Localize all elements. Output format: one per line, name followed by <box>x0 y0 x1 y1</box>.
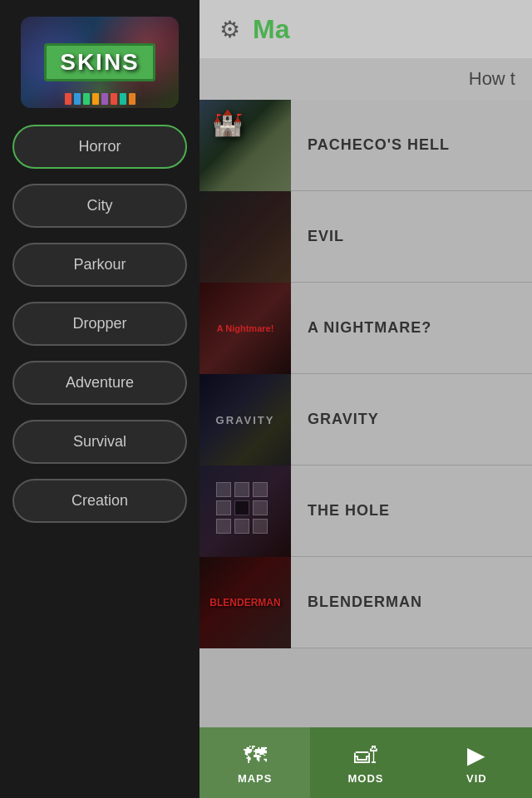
map-name-pacheco: PACHECO'S HELL <box>291 136 466 154</box>
map-thumbnail-the-hole <box>200 466 291 557</box>
sidebar-item-creation[interactable]: Creation <box>12 479 187 523</box>
sidebar-nav: Horror City Parkour Dropper Adventure Su… <box>12 125 187 523</box>
map-item-evil[interactable]: EVIL <box>200 191 532 283</box>
maps-title: Ma <box>253 14 289 45</box>
how-to-bar: How t <box>200 58 532 100</box>
tab-maps[interactable]: 🗺 MAPS <box>200 727 310 798</box>
top-bar: ⚙ Ma <box>200 0 532 58</box>
map-name-the-hole: THE HOLE <box>291 502 406 520</box>
map-name-evil: EVIL <box>291 228 361 245</box>
map-item-blenderman[interactable]: BLENDERMAN BLENDERMAN <box>200 557 532 648</box>
gear-icon[interactable]: ⚙ <box>213 12 246 46</box>
sidebar-item-dropper[interactable]: Dropper <box>12 302 187 346</box>
map-thumbnail-gravity: GRAVITY <box>200 374 291 466</box>
map-name-nightmare: A NIGHTMARE? <box>291 319 448 337</box>
map-list: 🏰 PACHECO'S HELL EVIL A Nightmare! A NIG… <box>200 100 532 727</box>
map-thumbnail-nightmare: A Nightmare! <box>200 283 291 374</box>
map-item-gravity[interactable]: GRAVITY GRAVITY <box>200 374 532 466</box>
mods-tab-icon: 🛋 <box>354 741 377 769</box>
maps-tab-icon: 🗺 <box>244 741 267 769</box>
main-content: ⚙ Ma How t 🏰 PACHECO'S HELL EVIL A Night… <box>200 0 532 798</box>
tab-videos[interactable]: ▶ VID <box>421 727 532 798</box>
tab-mods[interactable]: 🛋 MODS <box>310 727 421 798</box>
sidebar: SKINS Horror City Parkour Dropper Advent… <box>0 0 200 798</box>
sidebar-item-city[interactable]: City <box>12 184 187 228</box>
videos-tab-label: VID <box>466 772 487 785</box>
bottom-tab-bar: 🗺 MAPS 🛋 MODS ▶ VID <box>200 727 532 798</box>
maps-tab-label: MAPS <box>238 772 273 785</box>
skins-banner[interactable]: SKINS <box>21 17 179 108</box>
map-item-nightmare[interactable]: A Nightmare! A NIGHTMARE? <box>200 283 532 374</box>
map-item-pacheco[interactable]: 🏰 PACHECO'S HELL <box>200 100 532 191</box>
sidebar-item-adventure[interactable]: Adventure <box>12 361 187 405</box>
map-thumbnail-evil <box>200 191 291 283</box>
map-item-the-hole[interactable]: THE HOLE <box>200 466 532 557</box>
mods-tab-label: MODS <box>347 772 383 785</box>
map-name-blenderman: BLENDERMAN <box>291 594 439 611</box>
videos-tab-icon: ▶ <box>467 741 485 769</box>
sidebar-item-horror[interactable]: Horror <box>12 125 187 169</box>
how-to-label: How t <box>469 68 515 89</box>
sidebar-item-survival[interactable]: Survival <box>12 420 187 464</box>
sidebar-item-parkour[interactable]: Parkour <box>12 243 187 287</box>
map-thumbnail-pacheco: 🏰 <box>200 100 291 191</box>
map-thumbnail-blenderman: BLENDERMAN <box>200 557 291 648</box>
castle-icon: 🏰 <box>212 108 243 137</box>
skins-title: SKINS <box>44 43 155 81</box>
map-name-gravity: GRAVITY <box>291 411 396 428</box>
